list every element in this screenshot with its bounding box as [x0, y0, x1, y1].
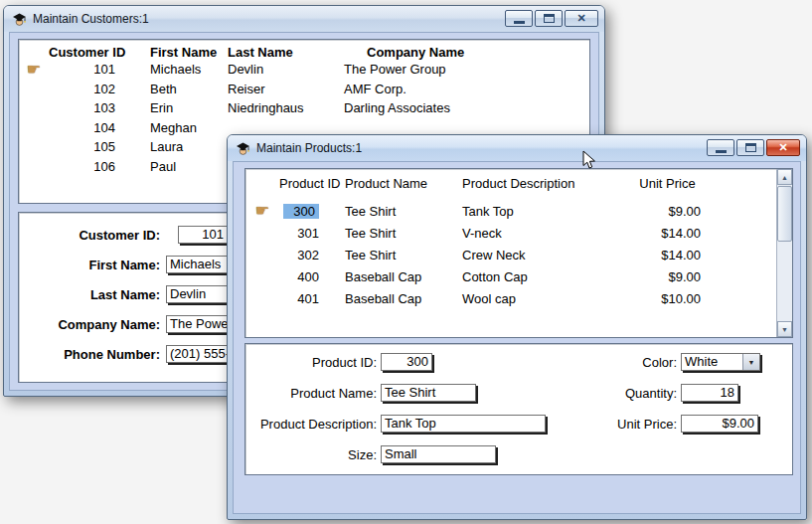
combo-dropdown-button[interactable]: ▼	[742, 354, 759, 370]
scroll-down-button[interactable]: ▼	[777, 321, 792, 337]
maximize-button[interactable]	[736, 139, 764, 156]
product-description-field[interactable]: Tank Top	[381, 415, 546, 433]
minimize-button[interactable]	[707, 139, 734, 156]
column-header-product-name: Product Name	[341, 176, 460, 191]
product-description-cell[interactable]: V-neck	[460, 226, 634, 241]
first-name-cell[interactable]: Michaels	[133, 62, 228, 77]
close-button[interactable]: ✕	[565, 10, 598, 27]
unit-price-field[interactable]: $9.00	[681, 415, 758, 433]
products-titlebar[interactable]: Maintain Products:1 ✕	[228, 135, 806, 161]
company-cell[interactable]: The Power Group	[342, 62, 589, 77]
customer-row[interactable]: 103 Erin Niedringhaus Darling Associates	[19, 98, 589, 118]
scroll-down-icon: ▼	[781, 326, 788, 333]
customer-id-cell[interactable]: 105	[49, 139, 133, 154]
size-field[interactable]: Small	[381, 445, 496, 463]
product-name-cell[interactable]: Tee Shirt	[341, 226, 460, 241]
last-name-cell[interactable]: Reiser	[228, 82, 342, 96]
product-row[interactable]: ☛ 300 Tee Shirt Tank Top $9.00	[245, 200, 792, 222]
first-name-cell[interactable]: Paul	[133, 159, 228, 174]
product-row[interactable]: 302 Tee Shirt Crew Neck $14.00	[245, 244, 792, 265]
customers-list-header: Customer ID First Name Last Name Company…	[19, 40, 589, 60]
unit-price-cell[interactable]: $14.00	[634, 226, 792, 241]
color-combobox[interactable]: White ▼	[681, 353, 760, 371]
color-form-group: Color: White ▼	[577, 352, 760, 372]
product-name-cell[interactable]: Tee Shirt	[341, 204, 460, 219]
close-button[interactable]: ✕	[766, 139, 800, 156]
customer-row[interactable]: 102 Beth Reiser AMF Corp.	[19, 80, 589, 99]
first-name-cell[interactable]: Meghan	[133, 120, 228, 135]
customer-id-cell[interactable]: 102	[49, 82, 133, 96]
column-header-unit-price: Unit Price	[634, 176, 792, 191]
product-name-cell[interactable]: Baseball Cap	[341, 269, 460, 284]
color-label: Color:	[577, 355, 677, 370]
column-header-customer-id: Customer ID	[49, 45, 125, 60]
product-description-form-row: Product Description: Tank Top Unit Price…	[251, 414, 788, 434]
selected-product-id[interactable]: 300	[283, 204, 319, 219]
product-id-field[interactable]: 300	[381, 353, 432, 371]
customer-id-cell[interactable]: 101	[49, 62, 133, 77]
product-row[interactable]: 301 Tee Shirt V-neck $14.00	[245, 222, 792, 244]
minimize-button[interactable]	[505, 10, 533, 27]
scroll-up-button[interactable]: ▲	[777, 169, 792, 185]
product-name-field[interactable]: Tee Shirt	[381, 384, 476, 402]
customer-id-cell[interactable]: 103	[49, 100, 133, 115]
company-name-label: Company Name:	[25, 317, 160, 332]
unit-price-cell[interactable]: $14.00	[634, 248, 792, 262]
color-value[interactable]: White	[682, 354, 742, 370]
close-icon: ✕	[778, 142, 787, 153]
vertical-scrollbar[interactable]: ▲ ▼	[776, 169, 792, 337]
column-header-product-id: Product ID	[279, 176, 340, 191]
product-description-cell[interactable]: Crew Neck	[460, 248, 634, 262]
product-id-cell[interactable]: 401	[279, 291, 341, 306]
maintain-products-window: Maintain Products:1 ✕ Product ID Product…	[227, 134, 807, 520]
product-id-cell[interactable]: 400	[279, 269, 341, 284]
quantity-field[interactable]: 18	[681, 384, 738, 402]
product-description-cell[interactable]: Cotton Cap	[460, 269, 634, 284]
first-name-cell[interactable]: Erin	[133, 100, 228, 115]
first-name-label: First Name:	[25, 258, 160, 272]
unit-price-cell[interactable]: $9.00	[634, 269, 792, 284]
last-name-cell[interactable]: Devlin	[228, 62, 342, 77]
window-title: Maintain Customers:1	[33, 12, 149, 26]
customer-row[interactable]: ☛ 101 Michaels Devlin The Power Group	[19, 60, 589, 80]
customer-id-cell[interactable]: 106	[49, 159, 133, 174]
scroll-up-icon: ▲	[781, 174, 788, 181]
products-rows: ☛ 300 Tee Shirt Tank Top $9.00 301 Tee S…	[245, 200, 792, 309]
first-name-cell[interactable]: Laura	[133, 139, 228, 154]
customers-titlebar[interactable]: Maintain Customers:1 ✕	[4, 6, 604, 32]
product-name-cell[interactable]: Baseball Cap	[341, 291, 460, 306]
unit-price-form-group: Unit Price: $9.00	[577, 414, 758, 434]
close-icon: ✕	[576, 13, 585, 24]
customer-id-cell[interactable]: 104	[49, 120, 133, 135]
company-cell[interactable]: Darling Associates	[342, 100, 589, 115]
graduate-cap-icon	[235, 140, 250, 156]
product-name-form-row: Product Name: Tee Shirt Quantity: 18	[251, 383, 788, 403]
last-name-cell[interactable]: Niedringhaus	[228, 100, 342, 115]
scrollbar-thumb[interactable]	[777, 186, 792, 242]
minimize-icon	[716, 150, 727, 153]
unit-price-cell[interactable]: $9.00	[634, 204, 792, 219]
first-name-cell[interactable]: Beth	[133, 82, 228, 96]
unit-price-label: Unit Price:	[577, 417, 677, 432]
product-row[interactable]: 400 Baseball Cap Cotton Cap $9.00	[245, 265, 792, 287]
unit-price-cell[interactable]: $10.00	[634, 291, 792, 306]
quantity-form-group: Quantity: 18	[577, 383, 738, 403]
maximize-button[interactable]	[535, 10, 563, 27]
product-description-cell[interactable]: Wool cap	[460, 291, 634, 306]
customer-id-field[interactable]: 101	[178, 226, 228, 244]
product-row[interactable]: 401 Baseball Cap Wool cap $10.00	[245, 287, 792, 309]
last-name-label: Last Name:	[25, 287, 160, 302]
product-id-cell[interactable]: 302	[279, 248, 341, 262]
product-id-cell[interactable]: 301	[279, 226, 341, 241]
product-id-cell[interactable]: 300	[279, 204, 341, 219]
minimize-icon	[514, 21, 525, 24]
product-name-cell[interactable]: Tee Shirt	[341, 248, 460, 262]
column-header-product-description: Product Description	[460, 176, 634, 191]
size-label: Size:	[251, 447, 377, 462]
current-row-pointer-icon: ☛	[27, 62, 41, 78]
product-description-cell[interactable]: Tank Top	[460, 204, 634, 219]
maximize-icon	[745, 143, 756, 152]
phone-number-label: Phone Number:	[25, 347, 160, 362]
column-header-last-name: Last Name	[228, 45, 342, 60]
company-cell[interactable]: AMF Corp.	[342, 82, 589, 96]
